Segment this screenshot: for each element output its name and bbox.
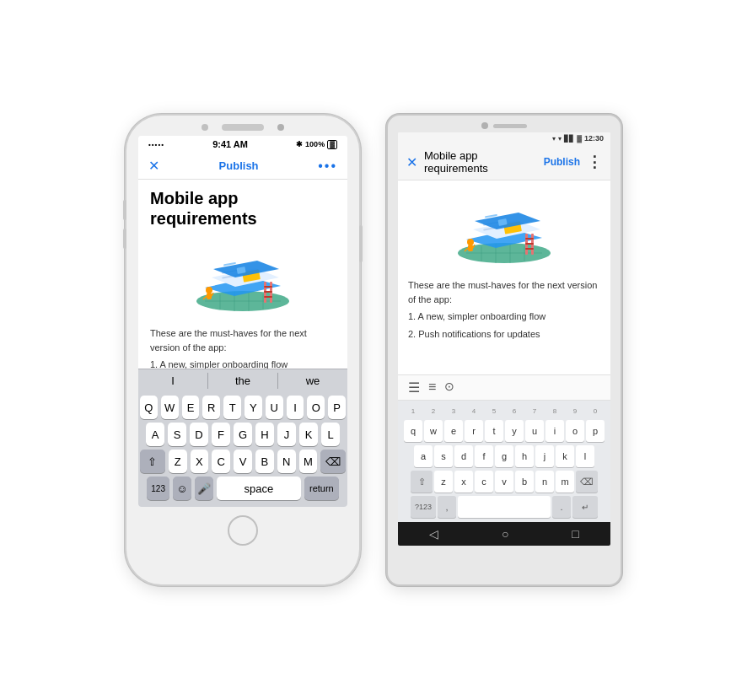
android-earpiece <box>493 124 527 128</box>
shift-key[interactable]: ⇧ <box>140 450 165 473</box>
key-Y[interactable]: Y <box>245 396 262 419</box>
key-J[interactable]: J <box>277 423 296 446</box>
key-Q[interactable]: Q <box>140 396 158 419</box>
battery-level: 100% <box>305 140 325 148</box>
android-key-s[interactable]: s <box>434 445 453 467</box>
android-key-b[interactable]: b <box>515 471 534 493</box>
android-more-button[interactable]: ⋮ <box>587 153 602 171</box>
android-key-d[interactable]: d <box>454 445 473 467</box>
android-space-key[interactable] <box>458 496 551 518</box>
key-S[interactable]: S <box>168 423 186 446</box>
key-T[interactable]: T <box>223 396 241 419</box>
android-key-i[interactable]: i <box>545 420 564 442</box>
key-G[interactable]: G <box>234 423 252 446</box>
bullet-list-icon[interactable]: ☰ <box>408 380 420 396</box>
key-D[interactable]: D <box>190 423 208 446</box>
publish-button[interactable]: Publish <box>219 159 259 172</box>
android-enter-key[interactable]: ↵ <box>572 496 598 518</box>
android-key-r[interactable]: r <box>465 420 483 442</box>
android-recents-button[interactable]: □ <box>572 527 578 541</box>
numbered-list-icon[interactable]: ≡ <box>428 380 436 396</box>
autocomplete-item-2[interactable]: we <box>278 373 347 389</box>
return-key[interactable]: return <box>304 477 339 500</box>
more-options-button[interactable]: ••• <box>318 159 337 174</box>
android-key-n[interactable]: n <box>535 471 554 493</box>
android-key-f[interactable]: f <box>475 445 493 467</box>
home-button[interactable] <box>228 515 258 546</box>
key-H[interactable]: H <box>255 423 274 446</box>
android-shift-key[interactable]: ⇧ <box>411 471 433 493</box>
android-close-button[interactable]: ✕ <box>406 154 417 170</box>
android-key-w[interactable]: w <box>424 420 443 442</box>
android-key-v[interactable]: v <box>495 471 513 493</box>
android-key-4-num: 4 <box>465 403 483 418</box>
key-B[interactable]: B <box>255 450 274 473</box>
android-key-p[interactable]: p <box>586 420 605 442</box>
android-key-t[interactable]: t <box>485 420 503 442</box>
android-symbol-key[interactable]: ?123 <box>411 496 436 518</box>
android-delete-key[interactable]: ⌫ <box>576 471 598 493</box>
delete-key[interactable]: ⌫ <box>320 450 346 473</box>
key-U[interactable]: U <box>266 396 283 419</box>
android-key-o[interactable]: o <box>566 420 584 442</box>
svg-rect-41 <box>525 248 534 250</box>
android-key-a[interactable]: a <box>414 445 433 467</box>
key-I[interactable]: I <box>287 396 304 419</box>
android-camera <box>481 122 488 129</box>
android-key-k[interactable]: k <box>556 445 574 467</box>
key-M[interactable]: M <box>299 450 318 473</box>
android-key-g[interactable]: g <box>495 445 513 467</box>
key-O[interactable]: O <box>307 396 325 419</box>
space-key[interactable]: space <box>217 477 301 500</box>
android-key-e[interactable]: e <box>444 420 463 442</box>
android-key-u[interactable]: u <box>525 420 544 442</box>
android-back-button[interactable]: ◁ <box>429 527 438 541</box>
key-P[interactable]: P <box>328 396 346 419</box>
svg-rect-20 <box>207 293 212 299</box>
android-period-key[interactable]: . <box>552 496 571 518</box>
key-K[interactable]: K <box>299 423 318 446</box>
key-X[interactable]: X <box>191 450 209 473</box>
android-key-c[interactable]: c <box>475 471 493 493</box>
iphone-device: ••••• 9:41 AM ✱ 100% ▓ ✕ Publish ••• Mob… <box>125 114 361 586</box>
android-bottom-row: ?123 , . ↵ <box>399 496 610 518</box>
android-publish-button[interactable]: Publish <box>544 156 580 168</box>
android-key-h[interactable]: h <box>515 445 534 467</box>
android-key-z[interactable]: z <box>434 471 453 493</box>
autocomplete-item-1[interactable]: the <box>208 373 278 389</box>
android-comma-key[interactable]: , <box>438 496 456 518</box>
android-number-row: 1 2 3 4 5 6 7 8 9 0 <box>399 403 610 418</box>
mic-key[interactable]: 🎤 <box>195 477 213 500</box>
emoji-key[interactable]: ☺ <box>173 477 191 500</box>
key-V[interactable]: V <box>234 450 252 473</box>
android-key-l[interactable]: l <box>576 445 594 467</box>
key-F[interactable]: F <box>212 423 230 446</box>
close-button[interactable]: ✕ <box>148 158 159 174</box>
android-key-x[interactable]: x <box>454 471 473 493</box>
android-illustration <box>449 187 559 272</box>
key-Z[interactable]: Z <box>169 450 187 473</box>
svg-rect-16 <box>264 286 272 288</box>
android-key-y[interactable]: y <box>505 420 524 442</box>
android-time: 12:30 <box>584 134 604 143</box>
key-E[interactable]: E <box>182 396 200 419</box>
android-key-m[interactable]: m <box>556 471 574 493</box>
android-key-j[interactable]: j <box>535 445 554 467</box>
iphone-speaker-left <box>202 124 208 131</box>
keyboard-row-1: Q W E R T Y U I O P <box>140 396 346 419</box>
key-R[interactable]: R <box>202 396 220 419</box>
autocomplete-item-0[interactable]: I <box>138 373 208 389</box>
key-A[interactable]: A <box>146 423 164 446</box>
power-button <box>359 225 363 262</box>
android-home-button[interactable]: ○ <box>502 527 508 541</box>
number-mode-key[interactable]: 123 <box>147 477 169 500</box>
key-W[interactable]: W <box>161 396 179 419</box>
android-key-8-num: 8 <box>545 403 564 418</box>
document-body: These are the must-haves for the next ve… <box>150 326 336 354</box>
key-L[interactable]: L <box>321 423 340 446</box>
key-C[interactable]: C <box>212 450 230 473</box>
camera-icon[interactable]: ⊙ <box>444 380 454 396</box>
svg-rect-39 <box>525 238 534 240</box>
android-key-q[interactable]: q <box>404 420 422 442</box>
key-N[interactable]: N <box>277 450 296 473</box>
